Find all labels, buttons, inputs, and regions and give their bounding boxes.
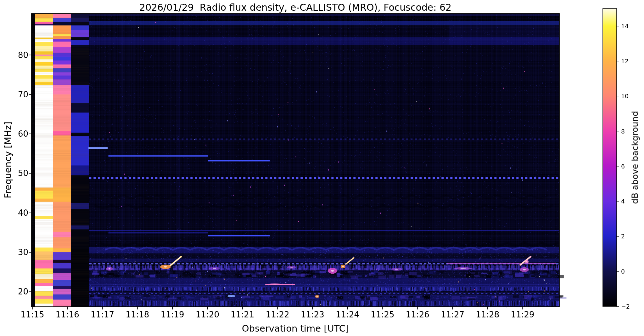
y-tick-label: 60 <box>18 129 28 139</box>
colorbar-tick-label: 8 <box>621 128 625 135</box>
colorbar-tick-label: 10 <box>621 93 629 100</box>
colorbar-tick-label: −2 <box>621 303 630 310</box>
x-tick-label: 11:28 <box>476 310 499 319</box>
x-tick-label: 11:21 <box>231 310 254 319</box>
x-tick-label: 11:29 <box>511 310 535 319</box>
chart-title: 2026/01/29 Radio flux density, e-CALLIST… <box>139 2 451 13</box>
y-tick-label: 30 <box>18 248 28 257</box>
y-axis-label: Frequency [MHz] <box>3 122 13 198</box>
spectrogram-canvas <box>0 0 644 336</box>
y-tick-label: 50 <box>18 168 28 178</box>
colorbar-tick-label: 4 <box>621 198 625 205</box>
colorbar-tick-label: 14 <box>621 23 629 30</box>
y-tick-label: 70 <box>18 90 28 99</box>
x-tick-label: 11:15 <box>21 310 44 319</box>
x-tick-label: 11:22 <box>266 310 289 319</box>
y-tick-label: 20 <box>18 287 28 296</box>
colorbar-tick-label: 2 <box>621 233 625 240</box>
colorbar-label: dB above background <box>630 111 640 204</box>
x-tick-label: 11:23 <box>301 310 324 319</box>
colorbar-tick-label: 6 <box>621 163 625 170</box>
x-tick-label: 11:24 <box>336 310 359 319</box>
x-tick-label: 11:17 <box>91 310 114 319</box>
colorbar-tick-label: 0 <box>621 268 625 275</box>
y-tick-label: 80 <box>18 50 28 60</box>
x-tick-label: 11:19 <box>161 310 184 319</box>
x-tick-label: 11:16 <box>56 310 79 319</box>
y-tick-label: 40 <box>18 208 28 218</box>
x-tick-label: 11:26 <box>406 310 429 319</box>
x-tick-label: 11:20 <box>196 310 219 319</box>
spectrogram-figure: 2026/01/29 Radio flux density, e-CALLIST… <box>0 0 644 336</box>
x-tick-label: 11:27 <box>441 310 464 319</box>
x-tick-label: 11:25 <box>371 310 395 319</box>
x-axis-label: Observation time [UTC] <box>242 323 349 334</box>
x-tick-label: 11:18 <box>126 310 149 319</box>
colorbar-tick-label: 12 <box>621 58 629 65</box>
